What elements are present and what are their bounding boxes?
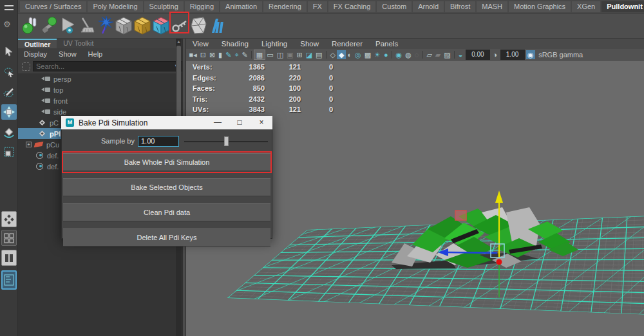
spiky-mace-icon[interactable] [95,15,114,37]
divider[interactable] [251,51,252,59]
menu-tab[interactable]: FX [308,1,327,12]
outliner-row[interactable]: front [18,95,182,106]
lasso-select-tool-icon[interactable] [1,64,17,80]
cracked-cube-gold-icon[interactable] [133,15,151,37]
divider[interactable] [326,51,327,59]
scale-tool-icon[interactable] [1,144,17,160]
pivot-icon[interactable]: ⌖ [233,50,240,59]
grid-icon[interactable]: ▦ [254,50,265,60]
maximize-button[interactable]: □ [229,116,251,129]
wireframe-cube-icon[interactable]: ◇ [328,50,337,59]
outliner-tab[interactable]: UV Toolkit [57,39,100,48]
scroll-up-icon[interactable]: ▲ [176,39,182,45]
move-tool-icon[interactable] [1,104,17,120]
viewport-menu-item[interactable]: Shading [215,40,255,48]
image-plane-icon[interactable]: ◪ [304,50,314,59]
shaded-cube-icon[interactable]: ◆ [337,50,345,59]
dialog-button[interactable]: Bake Whole Pdi Simulation [63,153,270,171]
minimize-button[interactable]: — [207,116,229,129]
menu-hamburger-icon[interactable] [5,5,14,10]
hammer-ball-icon[interactable] [39,15,58,37]
dialog-titlebar[interactable]: M Bake Pdi Simulation — □ × [61,116,272,129]
viewport-menu-item[interactable]: View [186,40,215,48]
menu-tab[interactable]: FX Caching [328,1,375,12]
cracked-cube-gray-icon[interactable] [114,15,133,37]
shadows-icon[interactable]: ▩ [363,50,372,59]
menu-tab[interactable]: Motion Graphics [509,1,571,12]
isolate-select-icon[interactable]: ◉ [394,50,404,59]
stack2-icon[interactable]: ▰ [433,50,442,59]
outliner-persp-layout-button[interactable] [1,270,17,290]
xray-icon[interactable]: ◍ [404,50,413,59]
menu-tab[interactable]: Sculpting [144,1,184,12]
gamma-switch-icon[interactable]: ◉ [526,50,536,59]
outliner-row[interactable]: persp [18,73,182,84]
divider[interactable] [454,51,455,59]
menu-tab[interactable]: Rigging [185,1,219,12]
play-gear-icon[interactable] [58,15,77,37]
colorspace-label[interactable]: sRGB gamma [535,50,585,59]
cracked-cube-blue-red-icon[interactable] [151,15,170,37]
field-chart-icon[interactable]: ⊞ [295,50,304,59]
filter-icon[interactable] [22,62,30,71]
outliner-menu-item[interactable]: Show [53,50,82,58]
dialog-button[interactable]: Bake Selected Objects [63,178,270,196]
two-pane-layout-button[interactable] [1,250,17,266]
viewport-menu-item[interactable]: Renderer [325,40,369,48]
gear-icon[interactable]: ⚙ [3,19,11,29]
menu-tab[interactable]: Custom [377,1,412,12]
pencil-icon[interactable]: ✎ [224,50,233,59]
camera-attributes-icon[interactable]: ⊠ [207,50,216,59]
camera-lock-icon[interactable]: ⊡ [198,50,207,59]
outliner-menu-item[interactable]: Help [82,50,109,58]
contrast-icon[interactable]: ◑ [491,50,499,59]
slider-handle[interactable] [224,136,229,146]
brush-icon[interactable]: ✎ [240,50,249,59]
dialog-button[interactable]: Delete All Pdi Keys [63,229,270,247]
outliner-menu-item[interactable]: Display [18,50,53,58]
menu-tab[interactable]: Arnold [413,1,444,12]
sample-by-field[interactable]: 1.00 [138,136,179,147]
paint-select-tool-icon[interactable] [1,85,17,100]
search-input[interactable] [33,61,183,71]
resolution-gate-icon[interactable]: ◫ [275,50,285,59]
motion-blur-icon[interactable]: ● [382,50,390,59]
four-pane-layout-button[interactable] [1,230,17,246]
viewport-menu-item[interactable]: Panels [369,40,404,48]
stack-icon[interactable]: ▱ [425,50,433,59]
broom-icon[interactable] [77,15,95,37]
joints-xray-icon[interactable]: ◌ [413,50,421,59]
viewport-menu-item[interactable]: Show [294,40,325,48]
viewport-menu-item[interactable]: Lighting [255,40,294,48]
cracked-wall-icon[interactable] [189,15,207,37]
single-pane-layout-button[interactable] [1,211,17,227]
film-gate-icon[interactable]: ▭ [265,50,275,59]
menu-tab[interactable]: Rendering [263,1,307,12]
menu-tab[interactable]: MASH [477,1,507,12]
dialog-button[interactable]: Clean Pdi data [63,203,270,221]
outliner-tab[interactable]: Outliner [18,39,57,48]
exposure-icon[interactable]: ◒ [457,50,464,59]
menu-tab[interactable]: Bifrost [445,1,475,12]
expand-toggle-icon[interactable]: + [26,142,32,147]
hud-icon[interactable]: ▤ [314,50,324,59]
manipulator-origin-dot[interactable] [497,259,502,265]
bowling-pins-ball-icon[interactable] [21,15,39,37]
divider[interactable] [392,51,392,59]
close-button[interactable]: × [251,116,272,129]
bake-pdi-simulation-dialog[interactable]: M Bake Pdi Simulation — □ × Sample by 1.… [61,116,272,239]
pulldownit-logo-icon[interactable] [207,15,226,37]
key-icon[interactable] [170,15,189,37]
menu-tab[interactable]: Animation [220,1,262,12]
ao-icon[interactable]: ☀ [373,50,383,59]
exposure-value[interactable]: 0.00 [466,50,490,60]
gamma-value[interactable]: 1.00 [500,50,525,60]
screen-icon[interactable]: ▨ [442,50,452,59]
select-camera-icon[interactable]: ■◂ [187,50,198,59]
bookmark-icon[interactable]: ▮ [217,50,224,59]
rotate-tool-icon[interactable] [1,124,17,140]
gate-mask-icon[interactable]: ▣ [285,50,295,59]
sample-by-slider[interactable] [184,136,268,147]
menu-tab[interactable]: Curves / Surfaces [20,1,86,12]
lights-icon[interactable]: ◎ [354,50,363,59]
